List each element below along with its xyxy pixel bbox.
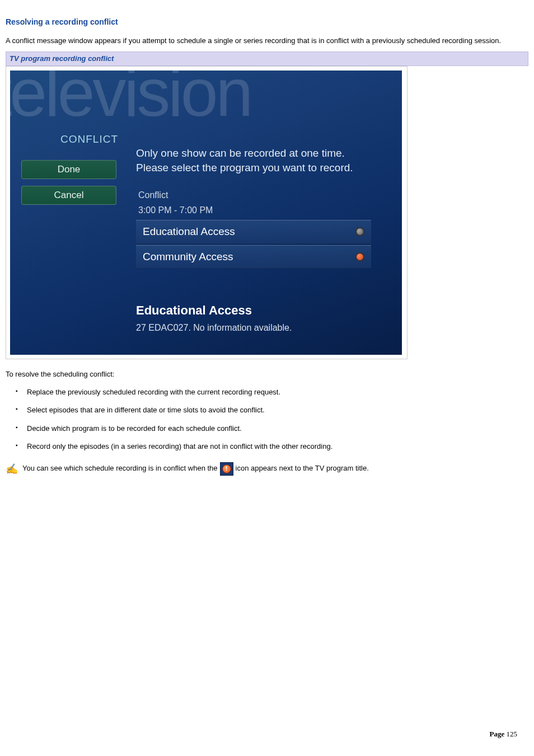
conflict-warning-text: This program will not record due to a co… — [149, 354, 314, 355]
conflict-warning-line: ! This program will not record due to a … — [136, 354, 388, 355]
program-detail-block: Educational Access 27 EDAC027. No inform… — [136, 302, 388, 334]
conflict-label: Conflict — [136, 189, 388, 201]
figure-caption-bar: TV program recording conflict — [6, 51, 528, 66]
detail-subtitle: 27 EDAC027. No information available. — [136, 322, 388, 334]
inline-conflict-icon: ! — [220, 462, 233, 476]
record-indicator-off-icon — [355, 227, 364, 236]
list-item: Decide which program is to be recorded f… — [16, 424, 528, 434]
dialog-sidebar: Done Cancel — [21, 138, 125, 205]
instruction-line-1: Only one show can be recorded at one tim… — [136, 147, 345, 159]
pencil-note-icon: ✍ — [6, 462, 18, 476]
intro-paragraph: A conflict message window appears if you… — [6, 36, 528, 46]
watermark-text: television — [10, 71, 251, 139]
exclamation-circle-icon: ! — [222, 464, 231, 473]
record-indicator-on-icon — [355, 252, 364, 261]
list-item: Replace the previously scheduled recordi… — [16, 387, 528, 397]
conflict-time: 3:00 PM - 7:00 PM — [136, 204, 388, 217]
detail-title: Educational Access — [136, 302, 388, 320]
resolve-intro: To resolve the scheduling conflict: — [6, 369, 528, 379]
program-option-1-title: Educational Access — [143, 224, 235, 240]
dialog-instruction: Only one show can be recorded at one tim… — [136, 146, 388, 175]
note-text-post: icon appears next to the TV program titl… — [236, 463, 369, 473]
list-item: Select episodes that are in different da… — [16, 405, 528, 415]
list-item: Record only the episodes (in a series re… — [16, 442, 528, 452]
note-line: ✍ You can see which schedule recording i… — [6, 462, 528, 476]
cancel-button[interactable]: Cancel — [21, 186, 116, 205]
dialog-main-area: Only one show can be recorded at one tim… — [136, 146, 388, 355]
heading-resolving-conflict: Resolving a recording conflict — [6, 17, 528, 28]
program-option-2[interactable]: Community Access — [136, 245, 371, 269]
done-button[interactable]: Done — [21, 160, 116, 179]
program-option-2-title: Community Access — [143, 250, 233, 265]
program-option-1[interactable]: Educational Access — [136, 220, 371, 244]
note-text-pre: You can see which schedule recording is … — [22, 463, 218, 473]
instruction-line-2: Please select the program you want to re… — [136, 162, 353, 173]
media-center-dialog: television CONFLICT Done Cancel Only one… — [10, 71, 402, 355]
resolve-bullet-list: Replace the previously scheduled recordi… — [6, 387, 528, 452]
screenshot-frame: television CONFLICT Done Cancel Only one… — [6, 66, 407, 359]
